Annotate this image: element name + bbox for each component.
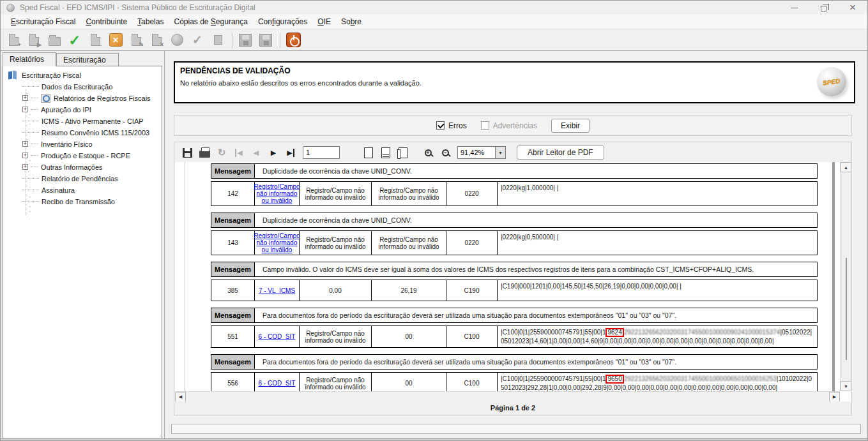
next-page-button[interactable]: ▶ — [266, 146, 281, 160]
new-document-icon[interactable]: + — [4, 31, 23, 49]
expand-icon[interactable]: + — [22, 153, 28, 158]
erros-checkbox[interactable] — [436, 121, 445, 130]
save-copy-disk-icon[interactable] — [256, 31, 275, 49]
zoom-level-select[interactable]: 91,42% ▼ — [457, 146, 506, 159]
validation-group: Mensagem Para documentos fora do período… — [211, 354, 818, 394]
menu-copias-seguranca[interactable]: Cópias de Segurança — [169, 15, 252, 28]
tree-item-icms-ciap[interactable]: ICMS - Ativo Permanente - CIAP — [22, 116, 144, 126]
last-page-button[interactable]: ▶ — [283, 146, 298, 160]
app-icon — [6, 4, 15, 12]
validate-check-icon[interactable]: ✓ — [65, 31, 84, 49]
open-pdf-reader-button[interactable]: Abrir Leitor de PDF — [517, 146, 604, 160]
tab-escrituracao[interactable]: Escrituração — [56, 53, 119, 66]
scroll-up-icon[interactable]: ▲ — [841, 162, 851, 172]
undo-document-icon[interactable] — [208, 31, 227, 49]
toolbar-separator — [280, 33, 280, 48]
menu-escrituracao-fiscal[interactable]: Escrituração Fiscal — [6, 15, 80, 28]
field-link[interactable]: 7 - VL_ICMS — [259, 287, 295, 294]
approve-check-icon[interactable]: ✓ — [188, 31, 207, 49]
table-row: 551 6 - COD_SIT Registro/Campo não infor… — [211, 325, 818, 348]
tree-item-producao-estoque[interactable]: + Produção e Estoque - RCPE — [22, 150, 130, 161]
col-content: |0220|kg|0,500000| | — [498, 231, 817, 255]
tree-item-escrituracao-fiscal[interactable]: Escrituração Fiscal — [8, 70, 81, 80]
minimize-button[interactable] — [779, 1, 809, 15]
expand-icon[interactable]: + — [22, 141, 28, 147]
tree-item-recibo-transmissao[interactable]: Recibo de Transmissão — [22, 196, 115, 207]
scroll-right-icon[interactable]: ▶ — [829, 392, 840, 401]
tree-item-resumo-convenio[interactable]: Resumo Convênio ICMS 115/2003 — [22, 127, 149, 138]
refresh-icon[interactable]: ↻ — [214, 146, 229, 160]
advertencias-checkbox[interactable] — [481, 121, 489, 130]
close-button[interactable]: × — [838, 1, 867, 15]
tree-item-relatorios-registros-fiscais[interactable]: + Relatórios de Registros Fiscais — [22, 93, 151, 103]
window-title: Sped Fiscal - EFD ICMS/IPI - Sistema Púb… — [20, 3, 255, 12]
message-text: Campo inválido. O valor do ICMS deve ser… — [255, 262, 817, 276]
cancel-icon[interactable]: ✕ — [106, 31, 125, 49]
save-report-icon[interactable] — [179, 146, 195, 160]
navigation-tree: Escrituração Fiscal Dados da Escrituraçã… — [3, 66, 162, 439]
page-width-view-icon[interactable] — [378, 146, 393, 160]
zoom-level-value: 91,42% — [458, 149, 495, 156]
content-area: Relatórios Escrituração Escrituração Fis… — [1, 51, 867, 441]
chevron-down-icon[interactable]: ▼ — [495, 147, 505, 158]
expand-icon[interactable]: + — [22, 107, 28, 112]
col-description: Registro/Campo não informado ou inválido — [300, 326, 372, 347]
scroll-left-icon[interactable]: ◀ — [175, 392, 186, 401]
error-id: 142 — [211, 182, 255, 206]
field-link[interactable]: Registro/Campo não informado ou inválido — [254, 183, 300, 204]
horizontal-scrollbar[interactable]: ◀ ▶ — [175, 391, 840, 401]
globe-icon[interactable] — [167, 31, 187, 49]
table-row: 142 Registro/Campo não informado ou invá… — [211, 181, 818, 206]
tree-item-outras-informacoes[interactable]: + Outras Informações — [22, 161, 103, 172]
vertical-scrollbar[interactable]: ▲ ▼ — [840, 162, 851, 391]
edit-document-icon[interactable]: ✎ — [126, 31, 146, 49]
scroll-down-icon[interactable]: ▼ — [841, 381, 851, 391]
restore-icon — [821, 6, 826, 11]
sidebar: Relatórios Escrituração Escrituração Fis… — [3, 52, 162, 439]
single-page-view-icon[interactable] — [361, 146, 376, 160]
open-document-icon[interactable]: ▶ — [24, 31, 43, 49]
message-label: Mensagem — [211, 262, 255, 276]
field-link[interactable]: Registro/Campo não informado ou inválido — [254, 232, 300, 253]
menu-tabelas[interactable]: Tabelas — [132, 15, 169, 28]
expand-icon[interactable]: + — [22, 164, 28, 170]
restore-button[interactable] — [809, 1, 838, 15]
vertical-scroll-thumb[interactable] — [846, 258, 847, 360]
page-number-input[interactable] — [303, 146, 340, 159]
two-page-view-icon[interactable] — [395, 146, 411, 160]
redacted-text: 2922132656203200317455001000006501000016… — [624, 375, 777, 382]
menu-sobre[interactable]: Sobre — [336, 15, 367, 28]
search-report-icon — [41, 94, 50, 103]
tab-relatorios[interactable]: Relatórios — [3, 52, 56, 66]
menu-contribuinte[interactable]: Contribuinte — [80, 15, 132, 28]
exibir-button[interactable]: Exibir — [551, 119, 590, 133]
previous-page-button[interactable]: ◀ — [248, 146, 264, 160]
field-link[interactable]: 6 - COD_SIT — [259, 333, 296, 340]
zoom-out-icon[interactable]: − — [438, 146, 453, 160]
tree-item-assinatura[interactable]: Assinatura — [22, 184, 75, 195]
exit-power-icon[interactable] — [284, 31, 303, 49]
zoom-in-icon[interactable]: + — [420, 146, 436, 160]
first-page-button[interactable]: ◀ — [231, 146, 247, 160]
sped-logo: SPED — [817, 67, 846, 96]
field-link[interactable]: 6 - COD_SIT — [259, 380, 296, 387]
import-document-icon[interactable]: → — [86, 31, 105, 49]
tree-item-apuracao-ipi[interactable]: + Apuração do IPI — [22, 104, 91, 115]
tree-item-inventario-fisico[interactable]: + Inventário Físico — [22, 138, 93, 149]
toolbar-separator — [232, 33, 232, 48]
highlight-box: 9624 — [605, 328, 623, 337]
delete-document-icon[interactable]: ✕ — [147, 31, 166, 49]
print-icon[interactable] — [197, 146, 212, 160]
col-description: 0,00 — [300, 280, 372, 301]
menu-configuracoes[interactable]: Configurações — [253, 15, 312, 28]
tree-item-relatorio-pendencias[interactable]: Relatório de Pendências — [22, 173, 118, 184]
expand-icon[interactable]: + — [22, 95, 28, 101]
save-disk-icon[interactable] — [236, 31, 255, 49]
menu-oie[interactable]: OIE — [312, 15, 336, 28]
main-toolbar: + ▶ ✓ → ✕ ✎ ✕ ✓ — [1, 29, 867, 51]
validation-table: Mensagem Duplicidade de ocorrência da ch… — [211, 163, 818, 401]
tree-item-dados-escrituracao[interactable]: Dados da Escrituração — [22, 81, 112, 92]
minimize-icon — [791, 8, 798, 8]
folder-icon[interactable] — [45, 31, 64, 49]
report-page-area: Mensagem Duplicidade de ocorrência da ch… — [175, 162, 851, 401]
